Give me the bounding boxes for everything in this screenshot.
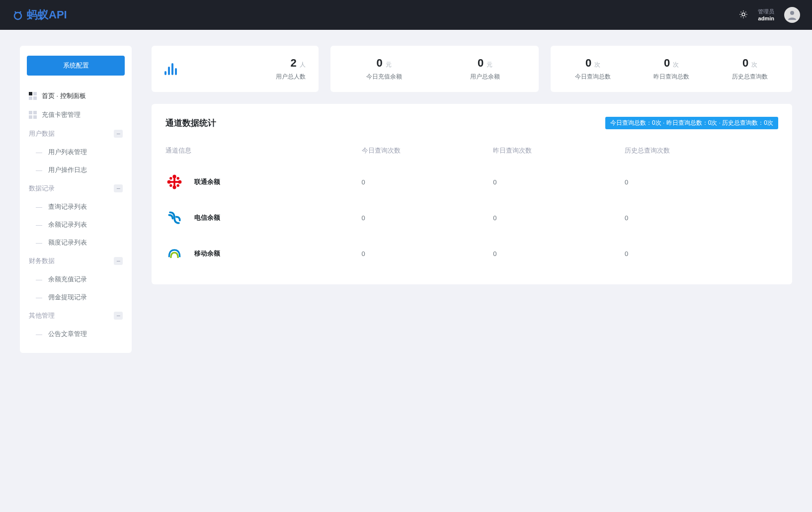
main-content: 2人 用户总人数 0元 今日充值余额 0元 用户总余额 <box>152 46 792 284</box>
nav-group-data-record[interactable]: 数据记录 − <box>27 179 125 198</box>
svg-rect-20 <box>170 181 179 183</box>
system-config-button[interactable]: 系统配置 <box>27 56 125 76</box>
nav-query-record[interactable]: —查询记录列表 <box>27 198 125 216</box>
user-info[interactable]: 管理员 admin <box>758 8 774 22</box>
svg-point-16 <box>177 177 179 179</box>
logo[interactable]: 蚂蚁API <box>12 7 67 22</box>
unicom-logo-icon <box>165 173 183 191</box>
svg-rect-4 <box>33 92 37 95</box>
stat-card-balance: 0元 今日充值余额 0元 用户总余额 <box>330 46 539 92</box>
channel-name: 联通余额 <box>194 177 220 186</box>
svg-rect-10 <box>33 115 37 119</box>
nav-commission-record[interactable]: —佣金提现记录 <box>27 288 125 306</box>
nav-group-user-data[interactable]: 用户数据 − <box>27 124 125 143</box>
panel-title: 通道数据统计 <box>165 117 216 129</box>
column-header: 昨日查询次数 <box>493 141 625 164</box>
user-name: admin <box>758 15 774 22</box>
sidebar: 系统配置 首页 · 控制面板 充值卡密管理 用户数据 − —用户列表管理 —用户… <box>20 46 132 353</box>
avatar[interactable] <box>784 7 800 23</box>
svg-rect-9 <box>29 115 32 119</box>
channel-stats-panel: 通道数据统计 今日查询总数：0次 · 昨日查询总数：0次 · 历史总查询数：0次… <box>152 104 792 284</box>
mobile-logo-icon <box>165 245 183 262</box>
telecom-logo-icon <box>165 209 183 227</box>
nav-group-finance[interactable]: 财务数据 − <box>27 252 125 270</box>
channel-table: 通道信息 今日查询次数 昨日查询次数 历史总查询次数 <box>165 141 778 271</box>
table-row: 电信余额 0 0 0 <box>165 200 778 236</box>
stat-card-users: 2人 用户总人数 <box>152 46 319 92</box>
bar-chart-icon <box>164 63 177 75</box>
column-header: 通道信息 <box>165 141 362 164</box>
nav-recharge-record[interactable]: —余额充值记录 <box>27 270 125 288</box>
svg-point-17 <box>169 184 172 187</box>
svg-rect-3 <box>29 92 32 95</box>
summary-badge: 今日查询总数：0次 · 昨日查询总数：0次 · 历史总查询数：0次 <box>605 117 778 129</box>
collapse-icon: − <box>114 312 123 320</box>
svg-point-18 <box>177 184 179 187</box>
channel-name: 移动余额 <box>194 249 220 258</box>
nav-user-log[interactable]: —用户操作日志 <box>27 161 125 179</box>
theme-toggle-icon[interactable] <box>739 10 748 20</box>
nav-label: 首页 · 控制面板 <box>42 91 86 100</box>
nav-quota-record[interactable]: —额度记录列表 <box>27 234 125 252</box>
svg-rect-7 <box>29 111 32 114</box>
collapse-icon: − <box>114 257 123 265</box>
stat-label: 用户总人数 <box>276 73 306 81</box>
nav-balance-record[interactable]: —余额记录列表 <box>27 216 125 234</box>
svg-point-15 <box>169 177 172 179</box>
nav-announcement[interactable]: —公告文章管理 <box>27 325 125 343</box>
collapse-icon: − <box>114 130 123 138</box>
nav-dashboard[interactable]: 首页 · 控制面板 <box>27 86 125 105</box>
logo-icon <box>12 9 24 21</box>
svg-point-2 <box>790 11 794 15</box>
nav-group-other[interactable]: 其他管理 − <box>27 306 125 325</box>
svg-rect-5 <box>29 96 32 100</box>
svg-rect-6 <box>33 96 37 100</box>
logo-text: 蚂蚁API <box>27 7 67 22</box>
svg-rect-8 <box>33 111 37 114</box>
app-header: 蚂蚁API 管理员 admin <box>0 0 812 30</box>
column-header: 今日查询次数 <box>362 141 493 164</box>
svg-point-1 <box>742 13 745 16</box>
collapse-icon: − <box>114 184 123 192</box>
table-row: 联通余额 0 0 0 <box>165 164 778 200</box>
nav-recharge-card[interactable]: 充值卡密管理 <box>27 105 125 124</box>
nav-label: 充值卡密管理 <box>42 110 81 119</box>
stat-card-queries: 0次 今日查询总数 0次 昨日查询总数 0次 历史总查询数 <box>551 46 792 92</box>
table-row: 移动余额 0 0 0 <box>165 236 778 271</box>
stat-value: 2 <box>291 57 297 69</box>
grid-icon <box>29 111 37 119</box>
column-header: 历史总查询次数 <box>625 141 778 164</box>
channel-name: 电信余额 <box>194 213 220 222</box>
grid-icon <box>29 92 37 100</box>
svg-point-0 <box>14 12 21 19</box>
user-role: 管理员 <box>758 8 774 15</box>
nav-user-list[interactable]: —用户列表管理 <box>27 143 125 161</box>
